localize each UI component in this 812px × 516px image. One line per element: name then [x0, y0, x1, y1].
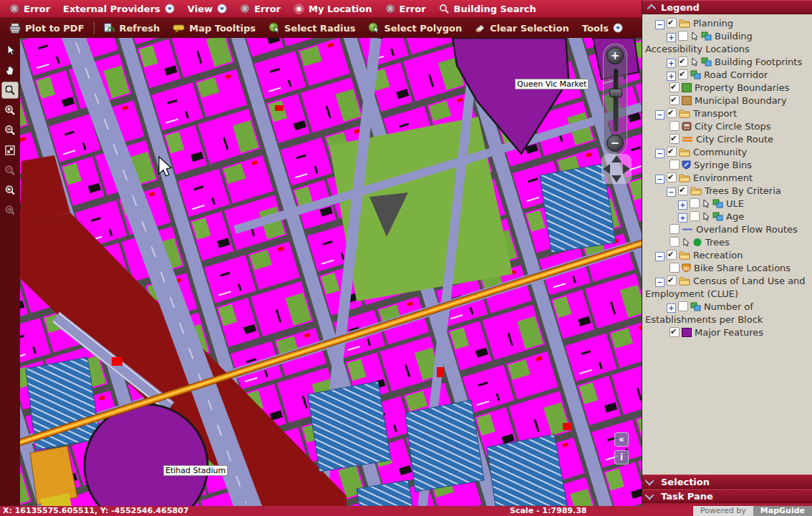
selection-panel-header[interactable]: Selection [642, 474, 812, 489]
layer-checkbox[interactable] [670, 95, 680, 105]
layer-checkbox[interactable] [670, 82, 680, 92]
layer-checkbox[interactable] [670, 121, 680, 131]
layer-checkbox[interactable] [667, 250, 677, 260]
menu-item-error[interactable]: Error [379, 2, 432, 16]
pan-left-icon[interactable] [603, 164, 610, 174]
layer-checkbox[interactable] [670, 263, 680, 273]
collapse-node-icon[interactable]: − [655, 20, 664, 29]
toolbar-button-map-tooltips[interactable]: Map Tooltips [166, 21, 262, 36]
folder-icon [679, 173, 690, 182]
layer-checkbox[interactable] [667, 108, 677, 118]
menu-item-external-providers[interactable]: External Providers [57, 2, 181, 16]
toolbar-button-tools[interactable]: Tools [576, 21, 629, 36]
expand-node-icon[interactable]: + [678, 200, 687, 210]
layer-checkbox[interactable] [670, 224, 680, 234]
legend-item-planning[interactable]: −Planning [642, 17, 811, 30]
layer-checkbox[interactable] [667, 276, 677, 286]
legend-item-community[interactable]: −Community [642, 146, 811, 159]
legend-panel-header[interactable]: Legend [642, 0, 812, 14]
zoom-slider-control[interactable]: + − [603, 44, 627, 155]
mapguide-brand[interactable]: MapGuide [753, 506, 812, 516]
layer-checkbox[interactable] [667, 18, 677, 28]
legend-item-syringe-bins[interactable]: Syringe Bins [642, 159, 811, 172]
toolbar-button-clear-selection[interactable]: Clear Selection [468, 21, 576, 36]
collapse-node-icon[interactable]: − [667, 188, 676, 197]
legend-item-building-accessibility-locations[interactable]: +Building Accessibility Locations [642, 30, 811, 56]
legend-item-transport[interactable]: −Transport [642, 107, 811, 120]
layer-checkbox[interactable] [670, 160, 680, 170]
menu-item-error[interactable]: Error [233, 2, 287, 16]
toolbar-button-select-radius[interactable]: Select Radius [262, 20, 362, 36]
zoom-in-tool-button[interactable] [1, 102, 19, 119]
legend-item-trees-by-criteria[interactable]: −Trees By Criteria [642, 185, 811, 198]
legend-item-trees[interactable]: Trees [642, 236, 811, 249]
expand-node-icon[interactable]: + [667, 72, 676, 81]
layer-checkbox[interactable] [678, 301, 688, 311]
my-location-icon [294, 4, 304, 14]
legend-item-city-circle-route[interactable]: City Circle Route [642, 133, 811, 146]
collapse-node-icon[interactable]: − [655, 252, 664, 261]
select-tool-button[interactable] [1, 42, 19, 59]
legend-item-overland-flow-routes[interactable]: Overland Flow Routes [642, 223, 811, 236]
legend-item-number-of-establishments-per-block[interactable]: +Number of Establishments per Block [642, 301, 811, 326]
toolbar-button-select-polygon[interactable]: Select Polygon [362, 20, 468, 36]
collapse-panel-button[interactable]: « [614, 432, 629, 447]
menu-item-error[interactable]: Error [3, 2, 57, 16]
legend-item-road-corridor[interactable]: +Road Corridor [642, 69, 811, 82]
expand-node-icon[interactable]: + [667, 33, 676, 42]
legend-item-ule[interactable]: +ULE [642, 198, 811, 210]
menu-item-building-search[interactable]: Building Search [432, 2, 543, 16]
layer-checkbox[interactable] [678, 185, 688, 195]
zoom-slider-handle[interactable] [609, 89, 622, 97]
toolbar-button-refresh[interactable]: Refresh [97, 21, 167, 36]
layer-checkbox[interactable] [678, 31, 688, 41]
layer-checkbox[interactable] [678, 57, 688, 67]
layer-checkbox[interactable] [678, 69, 688, 79]
next-view-button[interactable] [1, 202, 19, 219]
layer-checkbox[interactable] [690, 198, 700, 208]
legend-item-municipal-boundary[interactable]: Municipal Boundary [642, 94, 811, 107]
pan-direction-control[interactable] [601, 154, 632, 184]
zoom-extents-button[interactable] [1, 142, 19, 159]
collapse-node-icon[interactable]: − [655, 175, 664, 184]
map-viewport[interactable]: Queen Vic Market Etihad Stadium + − « i [20, 38, 642, 506]
legend-item-recreation[interactable]: −Recreation [642, 249, 811, 262]
expand-node-icon[interactable]: + [678, 213, 687, 223]
layer-checkbox[interactable] [670, 134, 680, 144]
legend-item-census-of-land-use-and-employment-clue[interactable]: −Census of Land Use and Employment (CLUE… [642, 275, 811, 301]
expand-node-icon[interactable]: + [667, 303, 676, 313]
pan-up-icon[interactable] [612, 155, 622, 162]
legend-item-age[interactable]: +Age [642, 210, 811, 223]
expand-node-icon[interactable]: + [667, 59, 676, 68]
legend-item-environment[interactable]: −Environment [642, 172, 811, 185]
layer-checkbox[interactable] [670, 237, 680, 247]
zoom-out-tool-button[interactable] [1, 122, 19, 139]
legend-item-city-circle-stops[interactable]: City Circle Stops [642, 120, 811, 133]
pan-right-icon[interactable] [623, 164, 630, 174]
legend-item-building-footprints[interactable]: +Building Footprints [642, 56, 811, 69]
zoom-slider-track[interactable] [613, 68, 619, 132]
previous-view-button[interactable] [1, 182, 19, 199]
layer-checkbox[interactable] [667, 172, 677, 182]
layer-checkbox[interactable] [670, 327, 680, 337]
legend-item-label: Municipal Boundary [695, 95, 787, 106]
legend-item-property-boundaries[interactable]: Property Boundaries [642, 82, 811, 94]
pan-down-icon[interactable] [612, 175, 622, 182]
toolbar-button-plot-to-pdf[interactable]: Plot to PDF [3, 21, 91, 36]
task-pane-panel-header[interactable]: Task Pane [642, 489, 812, 503]
layer-checkbox[interactable] [690, 211, 700, 221]
info-button[interactable]: i [614, 450, 629, 464]
legend-item-major-features[interactable]: Major Features [642, 326, 811, 339]
collapse-node-icon[interactable]: − [655, 278, 664, 287]
zoom-out-button[interactable]: − [606, 135, 624, 152]
zoom-rectangle-button[interactable] [1, 82, 19, 99]
collapse-node-icon[interactable]: − [655, 110, 664, 120]
zoom-in-button[interactable]: + [606, 47, 624, 64]
zoom-to-selection-button[interactable] [1, 162, 19, 179]
layer-checkbox[interactable] [667, 147, 677, 157]
legend-item-bike-share-locations[interactable]: Bike Share Locations [642, 262, 811, 275]
menu-item-view[interactable]: View [181, 2, 233, 16]
menu-item-my-location[interactable]: My Location [287, 2, 379, 16]
collapse-node-icon[interactable]: − [655, 149, 664, 158]
pan-tool-button[interactable] [1, 62, 19, 79]
